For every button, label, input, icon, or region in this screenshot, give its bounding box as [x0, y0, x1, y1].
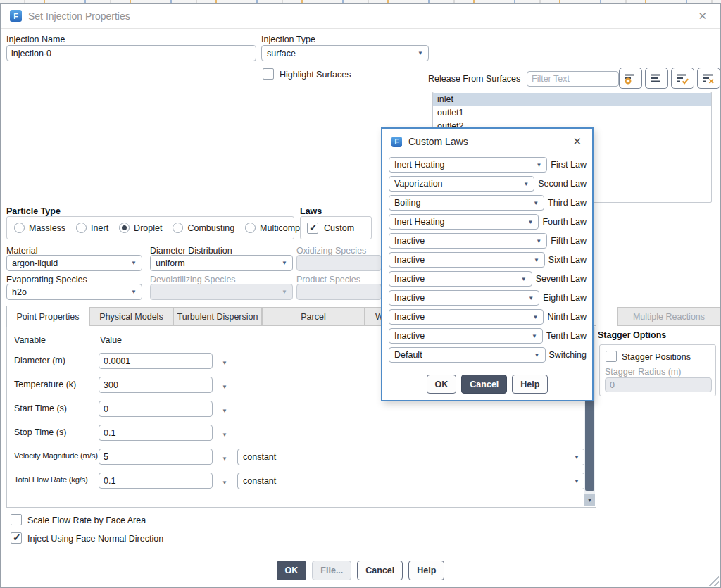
first-law-dropdown[interactable]: Inert Heating	[389, 157, 547, 173]
law-row: Boiling Third Law	[389, 195, 587, 211]
seventh-law-label: Seventh Law	[536, 274, 587, 284]
temperature-input[interactable]	[99, 377, 213, 393]
ok-button[interactable]: OK	[277, 561, 307, 580]
material-dropdown[interactable]: argon-liquid	[6, 255, 142, 271]
velocity-profile-dropdown[interactable]: constant	[237, 449, 585, 465]
custom-laws-close-icon[interactable]: ✕	[571, 135, 583, 148]
tenth-law-dropdown[interactable]: Inactive	[389, 328, 543, 344]
radio-droplet[interactable]: Droplet	[119, 223, 162, 233]
stagger-positions-checkbox[interactable]	[606, 351, 617, 362]
variable-header: Variable	[14, 335, 46, 345]
tab-point-properties[interactable]: Point Properties	[6, 306, 89, 327]
fourth-law-dropdown[interactable]: Inert Heating	[389, 214, 539, 230]
fifth-law-dropdown[interactable]: Inactive	[389, 233, 547, 249]
injection-name-label: Injection Name	[6, 35, 65, 44]
filter-selected-list-button[interactable]	[619, 68, 642, 89]
radio-massless-control[interactable]	[14, 223, 25, 233]
tab-parcel[interactable]: Parcel	[262, 307, 365, 326]
product-species-field	[296, 284, 382, 300]
first-law-label: First Law	[551, 160, 587, 170]
scale-flow-rate-checkbox[interactable]	[11, 514, 22, 525]
diameter-distribution-label: Diameter Distribution	[150, 246, 232, 256]
diameter-distribution-dropdown[interactable]: uniform	[150, 255, 293, 271]
switching-label: Switching	[549, 350, 587, 360]
deselect-all-list-button[interactable]	[697, 68, 720, 89]
highlight-surfaces-label: Highlight Surfaces	[280, 70, 351, 80]
fourth-law-label: Fourth Law	[542, 217, 587, 227]
close-icon[interactable]: ✕	[694, 8, 711, 24]
show-all-list-button[interactable]	[645, 68, 668, 89]
velocity-profile-value: constant	[243, 452, 276, 462]
radio-inert-label: Inert	[91, 223, 108, 233]
fifth-law-value: Inactive	[394, 236, 425, 246]
select-all-list-button[interactable]	[671, 68, 694, 89]
radio-droplet-label: Droplet	[134, 223, 162, 233]
diameter-profile-arrow-icon[interactable]	[222, 357, 230, 365]
switching-dropdown[interactable]: Default	[389, 347, 546, 363]
sixth-law-value: Inactive	[394, 255, 425, 265]
custom-laws-dialog: F Custom Laws ✕ Inert Heating First Law …	[381, 127, 594, 401]
inject-face-normal-label: Inject Using Face Normal Direction	[27, 534, 163, 544]
velocity-profile-arrow-icon[interactable]	[222, 453, 230, 461]
stop-time-input[interactable]	[99, 425, 213, 441]
radio-combusting-label: Combusting	[187, 223, 234, 233]
velocity-magnitude-label: Velocity Magnitude (m/s)	[14, 451, 98, 460]
second-law-dropdown[interactable]: Vaporization	[389, 176, 534, 192]
velocity-magnitude-input[interactable]	[99, 449, 213, 465]
law-row: Inactive Fifth Law	[389, 233, 587, 249]
diameter-input[interactable]	[99, 353, 213, 369]
injection-name-input[interactable]	[6, 45, 256, 61]
list-item[interactable]: outlet1	[433, 106, 711, 120]
start-time-input[interactable]	[99, 401, 213, 417]
eighth-law-dropdown[interactable]: Inactive	[389, 290, 539, 306]
radio-combusting-control[interactable]	[173, 223, 183, 233]
stop-time-profile-arrow-icon[interactable]	[222, 429, 230, 437]
scrollbar-down-arrow-icon[interactable]	[584, 494, 595, 506]
deselect-all-list-icon	[702, 73, 715, 85]
diameter-label: Diameter (m)	[14, 356, 65, 365]
law-row: Inactive Tenth Law	[389, 328, 587, 344]
eighth-law-label: Eighth Law	[543, 293, 587, 303]
radio-droplet-control[interactable]	[119, 223, 130, 233]
temperature-profile-arrow-icon[interactable]	[222, 381, 230, 389]
custom-laws-help-button[interactable]: Help	[512, 375, 548, 394]
flow-rate-profile-dropdown[interactable]: constant	[237, 473, 585, 489]
second-law-label: Second Law	[538, 179, 587, 189]
evaporating-species-dropdown[interactable]: h2o	[6, 284, 142, 300]
radio-massless[interactable]: Massless	[14, 223, 65, 233]
injection-type-dropdown[interactable]: surface	[261, 45, 429, 61]
seventh-law-dropdown[interactable]: Inactive	[389, 271, 532, 287]
fifth-law-label: Fifth Law	[551, 236, 587, 246]
custom-laws-cancel-button[interactable]: Cancel	[461, 375, 507, 394]
tab-physical-models[interactable]: Physical Models	[89, 307, 173, 326]
devolatilizing-species-dropdown	[150, 284, 293, 300]
radio-inert-control[interactable]	[76, 223, 87, 233]
sixth-law-dropdown[interactable]: Inactive	[389, 252, 545, 268]
cancel-button[interactable]: Cancel	[357, 561, 403, 580]
radio-multicomponent-control[interactable]	[245, 223, 256, 233]
surface-filter-input[interactable]	[527, 71, 619, 87]
start-time-profile-arrow-icon[interactable]	[222, 405, 230, 413]
tab-turbulent-dispersion[interactable]: Turbulent Dispersion	[173, 307, 262, 326]
list-item[interactable]: inlet	[433, 93, 711, 106]
oxidizing-species-field	[296, 255, 382, 271]
custom-laws-checkbox[interactable]	[307, 223, 318, 234]
help-button[interactable]: Help	[408, 561, 444, 580]
radio-combusting[interactable]: Combusting	[173, 223, 234, 233]
custom-laws-titlebar: F Custom Laws ✕	[382, 129, 592, 154]
show-all-list-icon	[650, 73, 663, 85]
highlight-surfaces-checkbox[interactable]	[263, 68, 274, 80]
inject-face-normal-checkbox[interactable]	[11, 532, 22, 544]
stop-time-label: Stop Time (s)	[14, 427, 66, 437]
ninth-law-dropdown[interactable]: Inactive	[389, 309, 544, 325]
flow-rate-profile-arrow-icon[interactable]	[222, 477, 230, 485]
total-flow-rate-input[interactable]	[99, 473, 213, 489]
dialog-title: Set Injection Properties	[28, 11, 130, 22]
radio-inert[interactable]: Inert	[76, 223, 108, 233]
flow-rate-profile-value: constant	[243, 476, 276, 486]
set-injection-properties-dialog: F Set Injection Properties ✕ Injection N…	[0, 3, 721, 588]
custom-laws-ok-button[interactable]: OK	[427, 375, 457, 394]
third-law-dropdown[interactable]: Boiling	[389, 195, 544, 211]
stagger-options-group: Stagger Positions Stagger Radius (m)	[599, 344, 716, 396]
law-row: Inert Heating First Law	[389, 157, 587, 173]
